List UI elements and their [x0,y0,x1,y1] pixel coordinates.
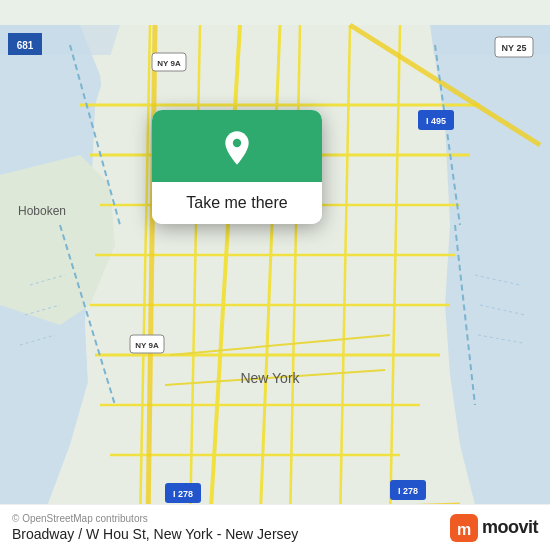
svg-text:NY 9A: NY 9A [135,341,159,350]
svg-text:New York: New York [240,370,300,386]
popup-card: Take me there [152,110,322,224]
svg-text:I 495: I 495 [426,116,446,126]
attribution-text: © OpenStreetMap contributors [12,513,298,524]
location-title: Broadway / W Hou St, New York - New Jers… [12,526,298,542]
bottom-left: © OpenStreetMap contributors Broadway / … [12,513,298,542]
svg-point-52 [233,139,241,147]
bottom-bar: © OpenStreetMap contributors Broadway / … [0,504,550,550]
svg-text:NY 9A: NY 9A [157,59,181,68]
svg-text:681: 681 [17,40,34,51]
take-me-there-button[interactable]: Take me there [152,182,322,224]
moovit-brand-text: moovit [482,517,538,538]
svg-text:I 278: I 278 [398,486,418,496]
map-background: NY 25 681 NY 9A NY 9A I 495 I 278 I 278 … [0,0,550,550]
moovit-logo: m moovit [450,514,538,542]
svg-text:I 278: I 278 [173,489,193,499]
popup-icon-area [152,110,322,182]
map-container: NY 25 681 NY 9A NY 9A I 495 I 278 I 278 … [0,0,550,550]
svg-text:Hoboken: Hoboken [18,204,66,218]
location-pin-icon [217,128,257,168]
moovit-brand-icon: m [450,514,478,542]
svg-text:m: m [457,521,471,538]
svg-text:NY 25: NY 25 [502,43,527,53]
